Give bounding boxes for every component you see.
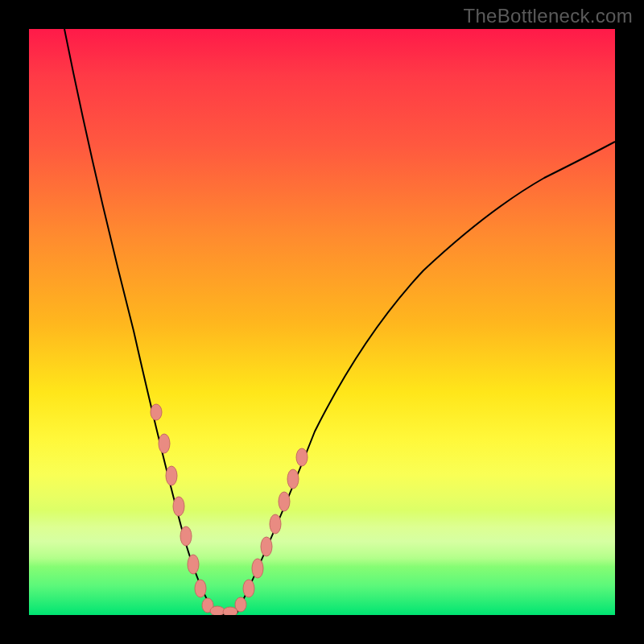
bead — [287, 469, 299, 489]
beads-group — [151, 404, 308, 615]
bead — [159, 434, 170, 453]
bead — [261, 537, 272, 556]
bead — [279, 492, 290, 511]
bead — [195, 580, 206, 597]
bead — [210, 606, 225, 615]
bead — [180, 526, 192, 546]
bead — [235, 597, 246, 612]
bead — [296, 448, 308, 466]
bead — [270, 514, 281, 534]
watermark-text: TheBottleneck.com — [463, 5, 633, 27]
bead — [252, 559, 263, 578]
bottleneck-curve-svg — [29, 29, 615, 615]
curve-right-arm — [237, 142, 615, 613]
chart-frame: TheBottleneck.com — [0, 0, 644, 644]
bead — [173, 497, 184, 516]
bead — [188, 555, 199, 574]
bead — [151, 404, 162, 420]
bead — [223, 607, 237, 615]
bead — [166, 466, 177, 485]
plot-area — [29, 29, 615, 615]
curve-left-arm — [64, 29, 217, 615]
bead — [243, 580, 254, 597]
